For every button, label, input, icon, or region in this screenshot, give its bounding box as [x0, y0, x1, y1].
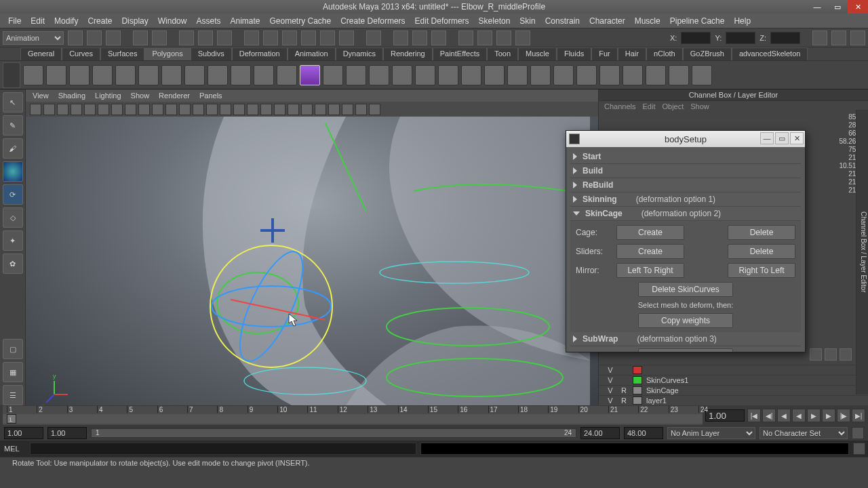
shelf-button-11[interactable] — [277, 65, 297, 85]
layer-ref-toggle[interactable]: R — [619, 386, 629, 394]
menu-display[interactable]: Display — [117, 15, 152, 27]
bodysetup-window[interactable]: bodySetup — ▭ ✕ Start Build ReBuild Skin… — [566, 130, 806, 352]
shelf-button-4[interactable] — [115, 65, 136, 85]
menu-help[interactable]: Help — [730, 15, 755, 27]
shelf-tab-ncloth[interactable]: nCloth — [646, 47, 683, 60]
snap-point-button[interactable] — [282, 30, 297, 45]
go-end-button[interactable]: ▶| — [852, 409, 865, 422]
scale-tool[interactable]: ◇ — [3, 207, 23, 228]
layer-visibility-toggle[interactable]: V — [606, 376, 615, 384]
shelf-tab-gozbrush[interactable]: GoZBrush — [683, 47, 732, 60]
shelf-tab-dynamics[interactable]: Dynamics — [336, 47, 383, 60]
range-playstart-field[interactable] — [47, 427, 87, 439]
layer-color-swatch[interactable] — [633, 386, 642, 394]
menu-character[interactable]: Character — [585, 15, 629, 27]
section-subwrap[interactable]: SubWrap(deformation option 3) — [570, 332, 801, 346]
time-indicator[interactable]: 1 — [7, 414, 16, 424]
viewport-tool-0[interactable] — [30, 104, 41, 115]
shelf-tab-advancedskeleton[interactable]: advancedSkeleton — [732, 47, 808, 60]
coord-x-input[interactable] — [681, 32, 711, 44]
viewport-tool-25[interactable] — [369, 104, 380, 115]
command-lang-label[interactable]: MEL — [0, 445, 30, 453]
menu-file[interactable]: File — [4, 15, 25, 27]
range-end-field[interactable] — [624, 427, 663, 439]
open-scene-button[interactable] — [87, 30, 102, 45]
shelf-button-26[interactable] — [623, 65, 643, 85]
menu-skeleton[interactable]: Skeleton — [475, 15, 515, 27]
shelf-tab-polygons[interactable]: Polygons — [144, 47, 190, 60]
bodysetup-minimize-button[interactable]: — — [760, 132, 774, 144]
bodysetup-close-button[interactable]: ✕ — [790, 132, 804, 144]
script-editor-toggle[interactable] — [853, 443, 865, 455]
viewmenu-renderer[interactable]: Renderer — [159, 92, 190, 100]
shelf-button-14[interactable] — [346, 65, 366, 85]
layer-render-button[interactable] — [825, 348, 837, 361]
graph-editor-button[interactable] — [496, 30, 511, 45]
coord-z-input[interactable] — [770, 32, 800, 44]
viewport-tool-2[interactable] — [57, 104, 68, 115]
viewport-tool-6[interactable] — [111, 104, 123, 115]
menu-create[interactable]: Create — [83, 15, 116, 27]
shelf-button-23[interactable] — [553, 65, 574, 85]
menu-muscle[interactable]: Muscle — [631, 15, 665, 27]
side-tab-channelbox[interactable]: Channel Box / Layer Editor — [856, 110, 868, 394]
shelf-button-12[interactable] — [300, 65, 320, 85]
shelf-button-21[interactable] — [507, 65, 528, 85]
copy-weights-button[interactable]: Copy weights — [638, 313, 733, 328]
shelf-tab-fur[interactable]: Fur — [591, 47, 618, 60]
autokey-toggle[interactable] — [852, 427, 864, 439]
section-skincage[interactable]: SkinCage(deformation option 2) — [570, 207, 801, 221]
shelf-tab-deformation[interactable]: Deformation — [232, 47, 288, 60]
viewport-tool-13[interactable] — [206, 104, 218, 115]
layer-color-swatch[interactable] — [633, 366, 642, 374]
viewport-tool-7[interactable] — [125, 104, 136, 115]
menu-edit[interactable]: Edit — [26, 15, 49, 27]
menu-constrain[interactable]: Constrain — [541, 15, 584, 27]
shelf-button-20[interactable] — [484, 65, 505, 85]
layout-outliner-view[interactable]: ☰ — [3, 385, 23, 405]
time-slider[interactable]: 1 12345678910111213141516171819202122232… — [0, 405, 868, 426]
layer-ref-toggle[interactable]: R — [619, 396, 629, 405]
layout-single-view[interactable]: ▢ — [3, 339, 23, 359]
layout-four-button[interactable] — [831, 30, 846, 45]
shelf-tab-toon[interactable]: Toon — [487, 47, 518, 60]
minimize-button[interactable]: — — [807, 0, 827, 14]
select-object-button[interactable] — [198, 30, 213, 45]
viewport-tool-1[interactable] — [43, 104, 55, 115]
viewport-tool-5[interactable] — [98, 104, 109, 115]
anim-layer-select[interactable]: No Anim Layer — [667, 427, 755, 439]
layout-single-button[interactable] — [812, 30, 827, 45]
layer-color-swatch[interactable] — [633, 396, 642, 405]
shelf-button-9[interactable] — [231, 65, 251, 85]
move-tool[interactable] — [3, 161, 23, 182]
shelf-button-13[interactable] — [323, 65, 343, 85]
play-forward-button[interactable]: ▶ — [807, 409, 821, 422]
go-start-button[interactable]: |◀ — [747, 409, 761, 422]
viewport[interactable]: y z — [26, 117, 598, 405]
snap-live-button[interactable] — [320, 30, 335, 45]
delete-skincurves-button[interactable]: Delete SkinCurves — [638, 282, 733, 297]
layer-row[interactable]: VSkinCurves1 — [599, 375, 868, 385]
hypershade-button[interactable] — [458, 30, 473, 45]
range-start-field[interactable] — [4, 427, 43, 439]
redo-button[interactable] — [152, 30, 167, 45]
menu-animate[interactable]: Animate — [226, 15, 264, 27]
render-button[interactable] — [393, 30, 408, 45]
section-rebuild[interactable]: ReBuild — [570, 178, 801, 192]
snap-plane-button[interactable] — [301, 30, 316, 45]
shelf-button-2[interactable] — [69, 65, 90, 85]
shelf-button-17[interactable] — [415, 65, 435, 85]
mirror-rtl-button[interactable]: Right To Left — [728, 263, 795, 278]
lasso-tool[interactable]: ✎ — [3, 115, 23, 136]
new-scene-button[interactable] — [68, 30, 83, 45]
viewport-tool-20[interactable] — [301, 104, 313, 115]
menu-modify[interactable]: Modify — [50, 15, 82, 27]
shelf-tab-painteffects[interactable]: PaintEffects — [433, 47, 488, 60]
shelf-button-25[interactable] — [599, 65, 620, 85]
layer-color-swatch[interactable] — [633, 376, 642, 384]
universal-manip-tool[interactable]: ✦ — [3, 230, 23, 251]
cage-delete-button[interactable]: Delete — [728, 225, 795, 240]
shelf-tab-fluids[interactable]: Fluids — [557, 47, 591, 60]
range-playend-field[interactable] — [580, 427, 620, 439]
viewport-tool-22[interactable] — [328, 104, 340, 115]
